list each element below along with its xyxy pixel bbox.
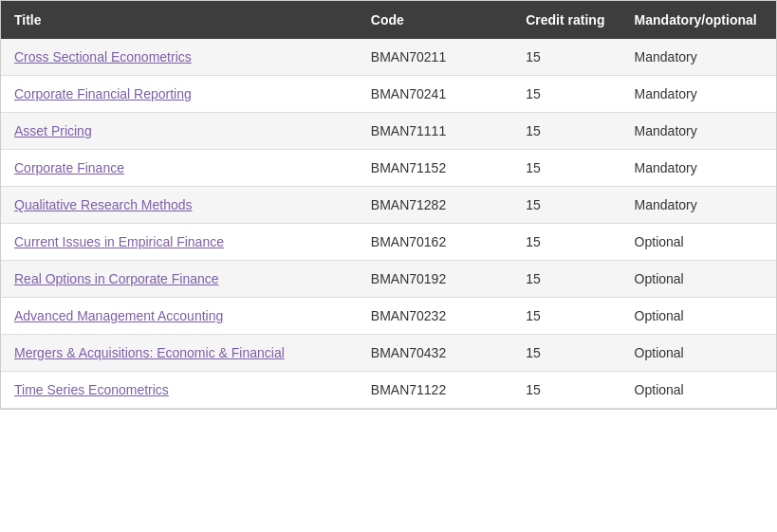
table-row: Mergers & Acquisitions: Economic & Finan… (1, 335, 776, 372)
course-mandatory-optional: Mandatory (621, 187, 776, 224)
table-row: Current Issues in Empirical FinanceBMAN7… (1, 224, 776, 261)
course-credit-rating: 15 (512, 187, 620, 224)
course-mandatory-optional: Optional (621, 224, 776, 261)
course-title-link[interactable]: Real Options in Corporate Finance (14, 271, 219, 286)
course-mandatory-optional: Optional (621, 298, 776, 335)
table-row: Qualitative Research MethodsBMAN7128215M… (1, 187, 776, 224)
header-code: Code (358, 1, 512, 39)
course-title-link[interactable]: Asset Pricing (14, 123, 92, 138)
table-row: Cross Sectional EconometricsBMAN7021115M… (1, 39, 776, 76)
course-credit-rating: 15 (512, 298, 620, 335)
course-mandatory-optional: Mandatory (621, 39, 776, 76)
course-title-link[interactable]: Cross Sectional Econometrics (14, 49, 192, 64)
course-code: BMAN70241 (358, 76, 512, 113)
course-title-link[interactable]: Current Issues in Empirical Finance (14, 234, 224, 249)
header-mandatory-optional: Mandatory/optional (621, 1, 776, 39)
course-table: Title Code Credit rating Mandatory/optio… (1, 1, 776, 409)
course-credit-rating: 15 (512, 39, 620, 76)
course-credit-rating: 15 (512, 335, 620, 372)
course-code: BMAN71122 (358, 372, 512, 409)
course-title-link[interactable]: Advanced Management Accounting (14, 308, 223, 323)
course-mandatory-optional: Optional (621, 261, 776, 298)
table-row: Real Options in Corporate FinanceBMAN701… (1, 261, 776, 298)
course-code: BMAN71282 (358, 187, 512, 224)
header-credit-rating: Credit rating (512, 1, 620, 39)
course-mandatory-optional: Mandatory (621, 76, 776, 113)
course-mandatory-optional: Optional (621, 372, 776, 409)
course-title-link[interactable]: Time Series Econometrics (14, 382, 169, 397)
table-row: Advanced Management AccountingBMAN702321… (1, 298, 776, 335)
course-code: BMAN71152 (358, 150, 512, 187)
course-title-link[interactable]: Corporate Financial Reporting (14, 86, 192, 101)
course-mandatory-optional: Mandatory (621, 113, 776, 150)
course-credit-rating: 15 (512, 113, 620, 150)
course-code: BMAN71111 (358, 113, 512, 150)
course-code: BMAN70162 (358, 224, 512, 261)
course-credit-rating: 15 (512, 224, 620, 261)
course-title-link[interactable]: Corporate Finance (14, 160, 124, 175)
course-table-container: Title Code Credit rating Mandatory/optio… (0, 0, 777, 410)
course-code: BMAN70432 (358, 335, 512, 372)
course-mandatory-optional: Mandatory (621, 150, 776, 187)
table-row: Time Series EconometricsBMAN7112215Optio… (1, 372, 776, 409)
table-row: Corporate Financial ReportingBMAN7024115… (1, 76, 776, 113)
course-credit-rating: 15 (512, 372, 620, 409)
course-credit-rating: 15 (512, 150, 620, 187)
table-row: Asset PricingBMAN7111115Mandatory (1, 113, 776, 150)
course-code: BMAN70232 (358, 298, 512, 335)
course-code: BMAN70192 (358, 261, 512, 298)
table-row: Corporate FinanceBMAN7115215Mandatory (1, 150, 776, 187)
course-credit-rating: 15 (512, 261, 620, 298)
header-title: Title (1, 1, 358, 39)
course-credit-rating: 15 (512, 76, 620, 113)
table-header-row: Title Code Credit rating Mandatory/optio… (1, 1, 776, 39)
course-mandatory-optional: Optional (621, 335, 776, 372)
course-title-link[interactable]: Mergers & Acquisitions: Economic & Finan… (14, 345, 285, 360)
course-code: BMAN70211 (358, 39, 512, 76)
course-title-link[interactable]: Qualitative Research Methods (14, 197, 193, 212)
